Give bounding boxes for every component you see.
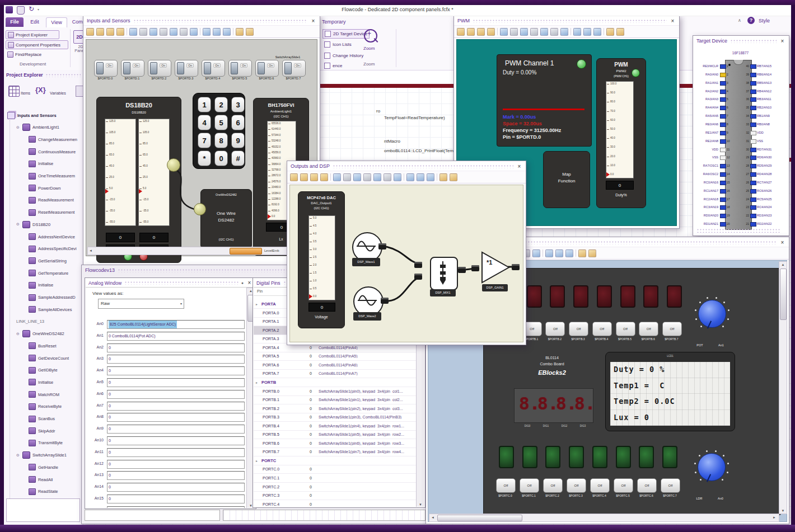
tree-item-getdevicecount[interactable]: GetDeviceCount [29, 354, 80, 362]
panel-icon-partial[interactable] [76, 86, 83, 97]
switch-lever[interactable] [123, 62, 130, 74]
toolbar-icon[interactable] [223, 28, 231, 36]
toolbar-icon[interactable] [290, 173, 298, 181]
tree-item-getidbyte[interactable]: GetIDByte [29, 366, 80, 375]
view-toggle-ence[interactable]: ence [322, 62, 344, 70]
pin-column-header[interactable]: Pin [257, 289, 263, 293]
keypad-key-star[interactable]: * [198, 150, 211, 166]
toolbar-icon[interactable] [333, 173, 341, 181]
pin-icon[interactable]: ● [241, 281, 244, 285]
analog-row-field-an4[interactable]: 0 [107, 366, 245, 375]
more-icon[interactable]: ▾ [38, 7, 39, 11]
keypad-key-9[interactable]: 9 [231, 133, 245, 148]
tree-item-sampleaddressedd[interactable]: SampleAddressedD [29, 293, 80, 302]
dac-panel[interactable]: MCP47x6 DAC DAC_Output1 (I2C CH1) 0 Volt… [298, 191, 345, 328]
toolbar-icon[interactable] [417, 173, 424, 181]
digital-row-portc-4[interactable]: PORTC.40 [254, 500, 416, 507]
port-b-button-3[interactable]: Off [569, 322, 588, 336]
expander-icon[interactable]: ⊖ [16, 453, 20, 458]
toolbar-icon[interactable] [450, 173, 457, 181]
port-c-button-7[interactable]: Off [661, 478, 680, 493]
undo-icon[interactable]: ↻ [29, 5, 34, 13]
digital-row-portb-6[interactable]: PORTB.60SwitchArraySlide1(pin6), keypad_… [254, 439, 416, 448]
view-values-dropdown[interactable]: Raw ▾ [98, 299, 184, 309]
toolbar-icon[interactable] [487, 28, 495, 36]
digital-row-portc-0[interactable]: PORTC.00 [254, 465, 416, 474]
tree-item-samplealldevices[interactable]: SampleAllDevices [29, 305, 80, 314]
map-function-box[interactable]: Map Function [543, 151, 590, 208]
toolbar-icon[interactable] [180, 28, 188, 36]
analog-window[interactable]: Analog Window ● × View values as: Raw ▾ … [85, 277, 256, 509]
port-c-button-1[interactable]: Off [520, 478, 539, 493]
toolbar-icon[interactable] [532, 249, 540, 257]
switch-lever[interactable] [204, 62, 211, 74]
close-icon[interactable]: × [246, 280, 252, 286]
toolbar-icon[interactable] [116, 28, 124, 36]
view-toggle-2d-target-device[interactable]: 2D Target Device [322, 29, 370, 39]
tree-item-resetmeasurement[interactable]: ResetMeasurement [29, 208, 80, 217]
toolbar-icon[interactable] [149, 28, 157, 36]
toolbar-icon[interactable] [500, 28, 508, 36]
tree-item-inputs-and-sensors[interactable]: Inputs and Sensors [7, 111, 80, 120]
port-c-button-6[interactable]: Off [637, 478, 657, 493]
analog-row-field-an3[interactable]: 0 [107, 355, 245, 364]
ds18b20-panel[interactable]: DS18B20 DS18B20 0 0 125.0105.085.065.045… [96, 97, 181, 263]
keypad-key-2[interactable]: 2 [214, 97, 228, 112]
ribbon-collapse-icon[interactable]: ∧ [738, 18, 741, 23]
analog-row-field-an12[interactable]: 0 [107, 460, 245, 469]
close-icon[interactable]: × [310, 18, 316, 24]
toolbar-icon[interactable] [190, 28, 198, 36]
analog-row-field-an16[interactable]: 0 [107, 506, 245, 508]
port-c-button-5[interactable]: Off [614, 478, 633, 493]
tree-item-link-line-13[interactable]: LINK_LINE_13 [16, 317, 80, 326]
tree-item-addressnextdevice[interactable]: AddressNextDevice [29, 232, 80, 241]
toolbar-icon[interactable] [343, 173, 351, 181]
tree-item-initialise[interactable]: Initialise [29, 281, 80, 290]
tree-item-receivebyte[interactable]: ReceiveByte [29, 402, 80, 411]
port-b-button-2[interactable]: Off [545, 322, 565, 336]
close-icon[interactable]: × [516, 163, 522, 170]
toolbar-icon[interactable] [384, 173, 391, 181]
toolbar-icon[interactable] [129, 28, 137, 36]
toolbar-icon[interactable] [545, 249, 553, 257]
toolbar-icon[interactable] [353, 173, 361, 181]
chevron-down-icon[interactable]: ▾ [180, 302, 182, 305]
scroll-right-icon[interactable]: ► [772, 516, 777, 519]
items-icon[interactable] [8, 86, 20, 97]
toggle-switch-3[interactable]: On [175, 60, 198, 77]
view-toggle-icon-lists[interactable]: Icon Lists [322, 40, 353, 49]
analog-row-field-an13[interactable]: 0 [107, 471, 245, 480]
onewire-node-icon[interactable] [194, 203, 206, 215]
group-expand-icon[interactable]: ▸ [256, 380, 258, 384]
analog-row-field-an0[interactable]: 825 ComboBL0114(LightSensor ADC) [107, 320, 245, 329]
tree-item-changemeasuremen[interactable]: ChangeMeasuremen [29, 135, 80, 144]
digital-row-porta-7[interactable]: PORTA.70ComboBL0114(PinA7) [254, 369, 416, 378]
dsp-canvas[interactable]: MCP47x6 DAC DAC_Output1 (I2C CH1) 0 Volt… [289, 185, 523, 342]
digital-row-portc-3[interactable]: PORTC.30 [254, 491, 416, 500]
scrollbar-thumb[interactable] [437, 515, 522, 521]
analog-row-field-an5[interactable]: 0 [107, 378, 245, 387]
zoom-icon[interactable] [364, 29, 377, 43]
toolbar-icon[interactable] [457, 28, 465, 36]
tree-item-onewireds2482[interactable]: ⊖OneWireDS2482 [16, 329, 80, 338]
inputs-sensors-window[interactable]: Inputs and Sensors × DS18B20 DS18B20 0 0… [83, 15, 320, 266]
expander-icon[interactable]: ⊖ [16, 332, 20, 336]
ribbon-tab-view[interactable]: View [46, 17, 67, 27]
expander-icon[interactable]: ⊖ [16, 125, 20, 130]
toggle-switch-7[interactable]: On [282, 60, 306, 77]
analog-row-field-an10[interactable]: 0 [107, 436, 245, 445]
tree-item-switcharrayslide1[interactable]: ⊖SwitchArraySlide1 [16, 451, 80, 460]
tree-item-addressspecificdevi[interactable]: AddressSpecificDevi [29, 244, 80, 253]
tree-item-gettemperature[interactable]: GetTemperature [29, 269, 80, 277]
port-c-button-0[interactable]: Off [496, 478, 516, 493]
toolbar-icon[interactable] [583, 28, 591, 36]
toolbar-icon[interactable] [203, 28, 211, 36]
port-b-button-7[interactable]: Off [662, 322, 682, 336]
port-b-button-4[interactable]: Off [592, 322, 612, 336]
tree-item-getserialstring[interactable]: GetSerialString [29, 256, 80, 265]
toggle-switch-2[interactable]: On [148, 60, 171, 77]
toolbar-icon[interactable] [439, 173, 447, 181]
toolbar-icon[interactable] [477, 28, 485, 36]
toolbar-icon[interactable] [160, 28, 167, 36]
toolbar-icon[interactable] [320, 173, 328, 181]
